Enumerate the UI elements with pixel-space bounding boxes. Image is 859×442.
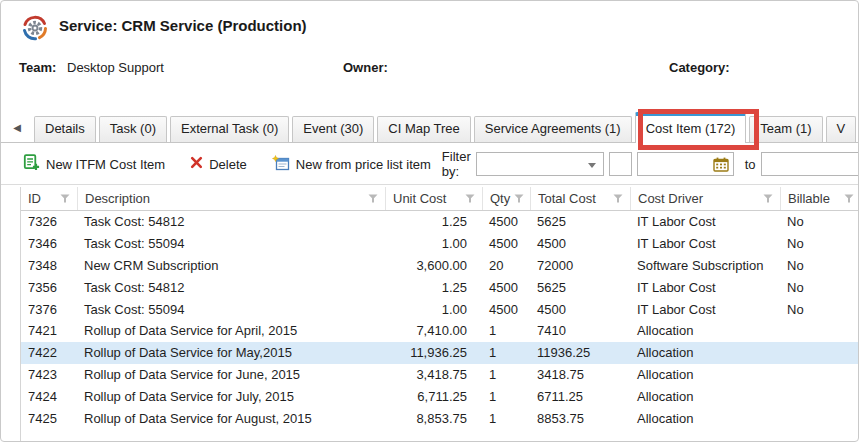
cell-qty: 1 — [482, 323, 530, 338]
new-from-price-list-label: New from price list item — [296, 157, 431, 172]
price-list-icon — [272, 155, 290, 174]
cell-billable: No — [780, 280, 859, 295]
delete-button[interactable]: Delete — [190, 156, 247, 172]
cell-qty: 4500 — [482, 214, 530, 229]
cell-description: Rollup of Data Service for July, 2015 — [77, 389, 385, 404]
cost-item-table: ID Description Unit Cost Qty Total Cost … — [20, 187, 859, 442]
table-row[interactable]: 7346 Task Cost: 55094 1.00 4500 4500 IT … — [21, 233, 859, 255]
filter-funnel-icon[interactable] — [763, 191, 773, 206]
filter-funnel-icon[interactable] — [514, 191, 524, 206]
cell-description: Rollup of Data Service for April, 2015 — [77, 323, 385, 338]
table-row[interactable]: 7424 Rollup of Data Service for July, 20… — [21, 385, 859, 407]
cell-description: Task Cost: 54812 — [77, 280, 385, 295]
cell-cost-driver: Software Subscription — [630, 258, 780, 273]
tab-cost-item[interactable]: Cost Item (172) — [635, 112, 747, 143]
cell-qty: 1 — [482, 345, 530, 360]
date-to-field[interactable] — [761, 152, 859, 176]
column-header-billable: Billable — [780, 187, 859, 210]
table-row[interactable]: 7376 Task Cost: 55094 1.00 4500 4500 IT … — [21, 298, 859, 320]
cell-id: 7348 — [21, 258, 77, 273]
cell-description: Rollup of Data Service for June, 2015 — [77, 367, 385, 382]
table-row[interactable]: 7421 Rollup of Data Service for April, 2… — [21, 320, 859, 342]
cell-qty: 20 — [482, 258, 530, 273]
tab-event[interactable]: Event (30) — [292, 116, 374, 142]
column-header-description: Description — [77, 187, 385, 210]
cell-qty: 1 — [482, 411, 530, 426]
cell-description: Rollup of Data Service for May,2015 — [77, 345, 385, 360]
table-row[interactable]: 7425 Rollup of Data Service for August, … — [21, 407, 859, 429]
tab-task[interactable]: Task (0) — [99, 116, 167, 142]
cell-id: 7424 — [21, 389, 77, 404]
red-x-icon — [190, 156, 203, 172]
table-row[interactable]: 7326 Task Cost: 54812 1.25 4500 5625 IT … — [21, 211, 859, 233]
cell-cost-driver: Allocation — [630, 389, 780, 404]
tabs: Details Task (0) External Task (0) Event… — [34, 112, 856, 142]
tab-team[interactable]: Team (1) — [749, 116, 822, 142]
cell-total-cost: 6711.25 — [530, 389, 630, 404]
delete-label: Delete — [209, 157, 247, 172]
tab-cut-off[interactable]: V — [826, 116, 857, 142]
chevron-down-icon — [588, 163, 596, 168]
column-header-id: ID — [21, 187, 77, 210]
cell-qty: 4500 — [482, 280, 530, 295]
cell-billable: No — [780, 214, 859, 229]
cell-description: Task Cost: 55094 — [77, 236, 385, 251]
filter-funnel-icon[interactable] — [613, 191, 623, 206]
cell-description: New CRM Subscription — [77, 258, 385, 273]
owner-label: Owner: — [343, 60, 388, 75]
table-row[interactable]: 7348 New CRM Subscription 3,600.00 20 72… — [21, 255, 859, 277]
filter-funnel-icon[interactable] — [368, 191, 378, 206]
tab-external-task[interactable]: External Task (0) — [170, 116, 289, 142]
cell-total-cost: 4500 — [530, 302, 630, 317]
filter-funnel-icon[interactable] — [844, 191, 854, 206]
cell-qty: 4500 — [482, 236, 530, 251]
new-itfm-cost-item-label: New ITFM Cost Item — [46, 157, 165, 172]
cell-total-cost: 8853.75 — [530, 411, 630, 426]
service-gear-icon — [21, 14, 49, 42]
tab-details[interactable]: Details — [34, 116, 96, 142]
page-title: Service: CRM Service (Production) — [59, 17, 307, 34]
cell-unit-cost: 1.25 — [385, 280, 482, 295]
column-label: Qty — [490, 191, 510, 206]
category-label: Category: — [669, 60, 730, 75]
tab-service-agreements[interactable]: Service Agreements (1) — [474, 116, 632, 142]
cell-cost-driver: IT Labor Cost — [630, 214, 780, 229]
cell-total-cost: 5625 — [530, 214, 630, 229]
cell-billable: No — [780, 258, 859, 273]
cell-unit-cost: 11,936.25 — [385, 345, 482, 360]
cell-id: 7356 — [21, 280, 77, 295]
column-header-total-cost: Total Cost — [530, 187, 630, 210]
filter-by-select[interactable] — [476, 152, 604, 176]
tab-scroll-left-arrow[interactable]: ◀ — [9, 120, 25, 136]
cell-unit-cost: 7,410.00 — [385, 323, 482, 338]
filter-funnel-icon[interactable] — [465, 191, 475, 206]
date-from-field[interactable] — [637, 152, 734, 176]
cell-id: 7423 — [21, 367, 77, 382]
cell-total-cost: 4500 — [530, 236, 630, 251]
cell-unit-cost: 8,853.75 — [385, 411, 482, 426]
table-header-row: ID Description Unit Cost Qty Total Cost … — [21, 187, 859, 211]
new-from-price-list-button[interactable]: New from price list item — [272, 155, 431, 174]
cell-id: 7326 — [21, 214, 77, 229]
toolbar: New ITFM Cost Item Delete New from price… — [1, 144, 859, 185]
cell-description: Task Cost: 54812 — [77, 214, 385, 229]
cell-total-cost: 72000 — [530, 258, 630, 273]
cell-billable: No — [780, 236, 859, 251]
new-itfm-cost-item-button[interactable]: New ITFM Cost Item — [23, 154, 165, 174]
filter-small-field[interactable] — [609, 152, 632, 176]
table-row[interactable]: 7356 Task Cost: 54812 1.25 4500 5625 IT … — [21, 276, 859, 298]
cell-id: 7376 — [21, 302, 77, 317]
cell-cost-driver: IT Labor Cost — [630, 236, 780, 251]
cell-cost-driver: IT Labor Cost — [630, 280, 780, 295]
calendar-icon[interactable] — [713, 157, 729, 175]
table-row-selected[interactable]: 7422 Rollup of Data Service for May,2015… — [21, 342, 859, 364]
cell-qty: 4500 — [482, 302, 530, 317]
filter-funnel-icon[interactable] — [60, 191, 70, 206]
service-detail-window: Service: CRM Service (Production) Team: … — [0, 0, 859, 442]
table-row[interactable]: 7423 Rollup of Data Service for June, 20… — [21, 364, 859, 386]
column-label: Total Cost — [538, 191, 596, 206]
tab-ci-map-tree[interactable]: CI Map Tree — [377, 116, 471, 142]
cell-total-cost: 3418.75 — [530, 367, 630, 382]
column-label: Billable — [788, 191, 830, 206]
column-label: Unit Cost — [393, 191, 446, 206]
